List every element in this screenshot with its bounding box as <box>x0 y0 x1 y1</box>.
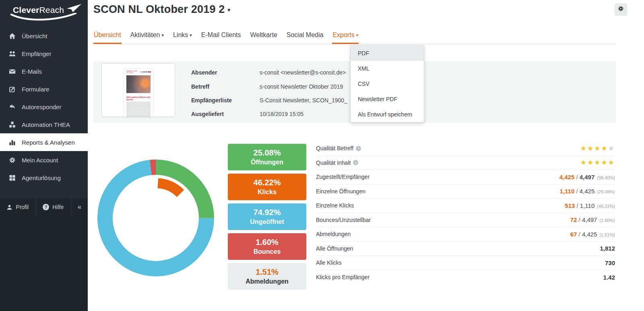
title-caret-icon[interactable]: ▾ <box>228 7 231 13</box>
chevron-down-icon: ▾ <box>161 33 164 37</box>
newsletter-thumbnail[interactable]: NEWSLETTER 10 | 2019 s consit Sehr geehr… <box>101 63 175 117</box>
row-value: ★★★★★ <box>580 145 615 152</box>
sidebar-item-ubersicht[interactable]: Übersicht <box>0 27 88 45</box>
sidebar-item-e-mails[interactable]: E-Mails <box>0 62 88 80</box>
row-label: Qualität Inhalti <box>316 160 358 166</box>
star-rating: ★★★★★ <box>580 145 615 152</box>
row-label: Abmeldungen <box>316 231 351 237</box>
cleverreach-logo[interactable]: CleverReach <box>0 0 88 26</box>
cubes-icon <box>9 121 16 128</box>
field-label: Ausgeliefert <box>191 111 260 117</box>
field-label: Absender <box>191 69 260 76</box>
tab-exports[interactable]: Exports▾ <box>332 31 359 44</box>
star-icon: ★ <box>580 159 587 166</box>
tab-aktivitaten[interactable]: Aktivitäten▾ <box>130 31 164 44</box>
row-value: 1,110 / 4,425 (25.08%) <box>560 188 615 195</box>
chart-icon <box>9 139 16 146</box>
tab-social-media[interactable]: Social Media <box>286 31 324 44</box>
star-icon: ★ <box>580 145 587 152</box>
sidebar-item-reports-analysen[interactable]: Reports & Analysen <box>0 133 88 151</box>
sidebar-item-autoresponder[interactable]: Autoresponder <box>0 98 88 116</box>
tab-e-mail-clients[interactable]: E-Mail Clients <box>201 31 242 44</box>
info-icon[interactable]: i <box>356 146 361 151</box>
menu-item-xml[interactable]: XML <box>351 61 424 76</box>
stat-box-percent: 25.08% <box>228 148 306 158</box>
value-plain: 730 <box>605 259 615 266</box>
stats-table: Qualität Betreffi★★★★★Qualität Inhalti★★… <box>316 141 615 284</box>
preview-masthead-left: NEWSLETTER 10 | 2019 <box>126 70 137 74</box>
value-primary: 1,110 <box>560 188 575 195</box>
stat-box-percent: 46.22% <box>228 178 306 188</box>
row-value: 1,812 <box>600 245 615 252</box>
value-separator: / <box>577 216 582 223</box>
info-icon[interactable]: i <box>353 160 358 165</box>
menu-item-csv[interactable]: CSV <box>351 76 424 91</box>
sidebar-item-agenturlosung[interactable]: Agenturlösung <box>0 169 88 187</box>
sidebar-nav: ÜbersichtEmpfängerE-MailsFormulareAutore… <box>0 27 88 187</box>
stat-box-bounces: 1.60%Bounces <box>228 233 306 260</box>
profil-button[interactable]: Profil <box>0 198 35 216</box>
value-secondary: 4,425 <box>580 188 595 195</box>
stat-box-label: Abmeldungen <box>228 277 306 286</box>
report-tabs: ÜbersichtAktivitäten▾Links▾E-Mail Client… <box>93 31 616 44</box>
tab-label: Weltkarte <box>250 31 277 38</box>
collapse-sidebar-button[interactable]: « <box>71 198 88 216</box>
stat-box-label: Ungeöffnet <box>228 218 306 226</box>
home-icon <box>9 33 16 39</box>
stat-box-label: Öffnungen <box>228 158 306 166</box>
value-separator: / <box>575 202 580 209</box>
stat-box-label: Bounces <box>228 247 306 256</box>
value-separator: / <box>574 188 580 195</box>
value-note: (1.60%) <box>598 218 615 223</box>
sidebar-item-label: Automation THEA <box>22 121 70 128</box>
cleverreach-report-page: CleverReach ÜbersichtEmpfängerE-MailsFor… <box>0 0 644 311</box>
row-value: 1.42 <box>603 274 615 281</box>
tab-ubersicht[interactable]: Übersicht <box>93 31 122 44</box>
star-icon: ★ <box>587 145 594 152</box>
preview-masthead-right: s consit <box>140 70 151 73</box>
table-row-einzelne-offnungen: Einzelne Öffnungen1,110 / 4,425 (25.08%) <box>316 185 615 199</box>
value-primary: 67 <box>570 231 577 238</box>
row-label: Bounces/Unzustellbar <box>316 217 371 223</box>
paper-plane-icon <box>67 4 81 13</box>
sidebar-item-automation-thea[interactable]: Automation THEA <box>0 116 88 133</box>
tab-links[interactable]: Links▾ <box>173 31 192 44</box>
help-icon: ? <box>43 204 49 210</box>
row-label: Klicks pro Empfänger <box>316 274 369 280</box>
value-note: (1.51%) <box>598 232 615 237</box>
exports-dropdown-menu: PDFXMLCSVNewsletter PDFAls Entwurf speic… <box>350 45 424 122</box>
field-label: Betreff <box>191 83 260 90</box>
star-icon: ★ <box>608 145 615 152</box>
field-value: 10/18/2019 15:05 <box>260 111 303 117</box>
sidebar-item-mein-account[interactable]: Mein Account <box>0 151 88 169</box>
table-row-zugestellt-empfanger: Zugestellt/Empfänger4,425 / 4,497 (98.40… <box>316 170 615 185</box>
value-primary: 4,425 <box>559 174 575 180</box>
value-note: (46.22%) <box>596 204 615 209</box>
star-icon: ★ <box>594 159 601 166</box>
value-plain: 1.42 <box>603 274 615 281</box>
settings-button[interactable] <box>615 3 627 16</box>
row-label: Alle Klicks <box>316 259 342 266</box>
menu-item-pdf[interactable]: PDF <box>351 46 424 61</box>
row-value: 72 / 4,497 (1.60%) <box>570 216 615 223</box>
menu-item-newsletter-pdf[interactable]: Newsletter PDF <box>351 91 424 107</box>
sidebar-footer: Profil ? Hilfe « <box>0 198 88 216</box>
sidebar-item-label: E-Mails <box>22 68 42 75</box>
preview-photo <box>126 75 151 93</box>
hilfe-button[interactable]: ? Hilfe <box>35 198 71 216</box>
sidebar-item-label: Reports & Analysen <box>22 139 75 146</box>
field-value: s-consit Newsletter Oktober 2019 <box>260 83 343 90</box>
tab-weltkarte[interactable]: Weltkarte <box>250 31 278 44</box>
field-value: S-Consit Newsletter, SCON_1900_ <box>260 97 347 104</box>
sidebar-item-label: Übersicht <box>22 33 47 39</box>
sidebar-item-formulare[interactable]: Formulare <box>0 80 88 98</box>
person-icon <box>6 204 12 210</box>
sidebar-item-empfanger[interactable]: Empfänger <box>0 45 88 62</box>
menu-item-als-entwurf-speichern[interactable]: Als Entwurf speichern <box>351 107 424 122</box>
row-label: Zugestellt/Empfänger <box>316 174 369 180</box>
newsletter-preview-page: NEWSLETTER 10 | 2019 s consit Sehr geehr… <box>124 69 153 117</box>
gear-icon <box>9 157 16 164</box>
star-rating: ★★★★★ <box>580 159 615 166</box>
value-primary: 513 <box>565 202 575 209</box>
row-label: Qualität Betreffi <box>316 145 361 151</box>
